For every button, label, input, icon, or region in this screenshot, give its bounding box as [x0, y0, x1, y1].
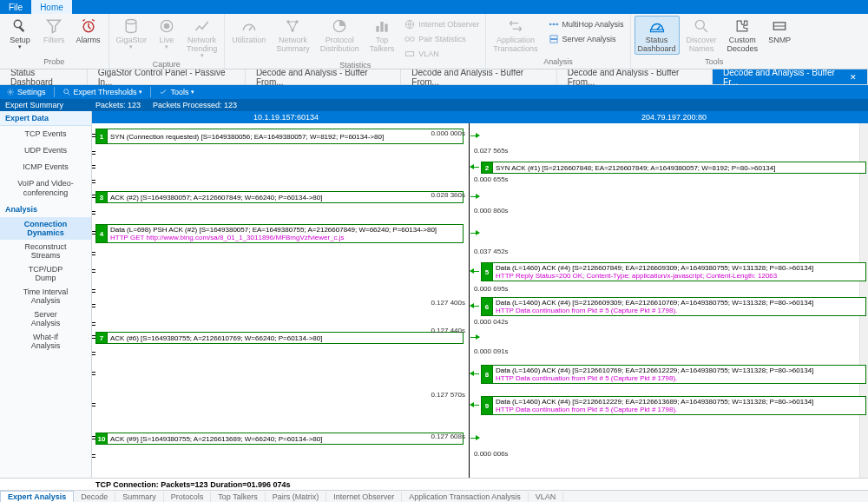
- tab-summary[interactable]: Summary: [115, 492, 164, 502]
- live-button[interactable]: Live ▾: [154, 16, 180, 51]
- tab-top-talkers[interactable]: Top Talkers: [211, 492, 265, 502]
- tcp-summary-line: TCP Connection: Packets=123 Duration=01.…: [0, 478, 868, 490]
- svg-point-4: [164, 23, 170, 30]
- axis-tick: [92, 269, 95, 273]
- tab-pairs-matrix[interactable]: Pairs (Matrix): [266, 492, 327, 502]
- check-icon: [159, 88, 168, 96]
- packet-row[interactable]: 1 SYN (Connection requested) [S=16493800…: [95, 129, 464, 144]
- svg-rect-20: [549, 36, 556, 39]
- sidebar-item-udp[interactable]: UDP Events: [0, 142, 91, 159]
- top-talkers-button[interactable]: Top Talkers: [366, 16, 398, 55]
- network-trending-button[interactable]: Network Trending ▾: [183, 16, 220, 60]
- server-analysis-button[interactable]: Server Analysis: [545, 32, 627, 46]
- status-dashboard-button[interactable]: Status Dashboard: [635, 16, 680, 55]
- arrow-icon: [470, 167, 479, 168]
- snmp-button[interactable]: SNMP: [765, 16, 794, 46]
- time-label: 0.000 006s: [474, 450, 509, 458]
- axis-tick: [92, 134, 95, 137]
- time-label: 0.000 091s: [474, 347, 509, 355]
- separator: [150, 87, 151, 97]
- doc-tab-status-dashboard[interactable]: Status Dashboard: [0, 69, 88, 84]
- group-label-statistics: Statistics: [339, 61, 371, 69]
- time-label: 0.127 440s: [427, 327, 465, 334]
- axis-tick: [92, 322, 95, 326]
- filters-button[interactable]: Filters: [40, 16, 69, 46]
- sidebar-item-what-if[interactable]: What-If Analysis: [0, 330, 91, 353]
- sidebar-item-server-analysis[interactable]: Server Analysis: [0, 307, 91, 330]
- multihop-analysis-button[interactable]: MultiHop Analysis: [545, 17, 627, 31]
- tab-internet-observer[interactable]: Internet Observer: [326, 492, 402, 502]
- ribbon: Setup ▾ Filters Alarms Probe GigaStor ▾: [0, 14, 868, 69]
- axis-tick: [92, 335, 95, 339]
- tab-file[interactable]: File: [0, 0, 31, 14]
- group-label-analysis: Analysis: [543, 57, 573, 66]
- packet-http: HTTP Data continuation from Pkt # 5 (Cap…: [496, 307, 863, 314]
- axis-tick: [92, 211, 95, 215]
- doc-tab-decode-2[interactable]: Decode and Analysis - Buffer From...: [401, 69, 556, 84]
- packet-http: HTTP Data continuation from Pkt # 5 (Cap…: [496, 374, 863, 382]
- internet-observer-button[interactable]: Internet Observer: [401, 17, 482, 31]
- transactions-icon: [507, 17, 524, 35]
- sidebar-item-connection-dynamics[interactable]: Connection Dynamics: [0, 217, 91, 240]
- main-area: Expert Data TCP Events UDP Events ICMP E…: [0, 111, 868, 478]
- doc-tab-decode-active[interactable]: Decode and Analysis - Buffer Fr... ✕: [713, 69, 868, 84]
- packet-row[interactable]: 10 ACK (#9) [S=1649380755; A=2126613689;…: [95, 433, 464, 445]
- ribbon-group-statistics: Utilization Network Summary Protocol Dis…: [225, 14, 486, 69]
- arrow-icon: [470, 233, 479, 234]
- doc-tab-decode-3[interactable]: Decode and Analysis - Buffer From...: [557, 69, 713, 84]
- toolbar-settings-button[interactable]: Settings: [3, 88, 49, 96]
- toolbar-thresholds-button[interactable]: Expert Thresholds ▾: [60, 88, 146, 96]
- sidebar-item-voip[interactable]: VoIP and Video- conferencing: [0, 175, 91, 201]
- time-label: 0.000 860s: [474, 207, 509, 215]
- protocol-distribution-button[interactable]: Protocol Distribution: [317, 16, 363, 55]
- sidebar-item-time-interval[interactable]: Time Interval Analysis: [0, 285, 91, 307]
- packet-number: 2: [481, 162, 493, 174]
- search-icon: [62, 88, 71, 96]
- custom-decodes-button[interactable]: Custom Decodes: [724, 16, 762, 55]
- bars-icon: [373, 17, 391, 35]
- packet-row[interactable]: 6 Data (L=1460) ACK (#4) [S=2126609309; …: [481, 297, 866, 316]
- tab-expert-analysis[interactable]: Expert Analysis: [0, 491, 74, 502]
- packet-detail: Data (L=1460) ACK (#4) [S=2126607849; EA…: [496, 264, 863, 272]
- packet-row[interactable]: 7 ACK (#6) [S=1649380755; A=2126610769; …: [95, 332, 464, 344]
- sidebar-item-tcp-udp-dump[interactable]: TCP/UDP Dump: [0, 262, 91, 285]
- discover-names-button[interactable]: Discover Names: [683, 16, 720, 55]
- sidebar-item-tcp[interactable]: TCP Events: [0, 126, 91, 142]
- tab-home[interactable]: Home: [31, 0, 72, 14]
- tab-app-transaction-analysis[interactable]: Application Transaction Analysis: [402, 492, 529, 502]
- tab-vlan[interactable]: VLAN: [529, 492, 564, 502]
- tab-decode[interactable]: Decode: [74, 492, 115, 502]
- close-icon[interactable]: ✕: [850, 73, 857, 82]
- doc-tab-decode-1[interactable]: Decode and Analysis - Buffer From...: [246, 69, 401, 84]
- packet-row[interactable]: 2 SYN ACK (#1) [S=2126607848; EA=2126607…: [481, 162, 866, 174]
- gigastor-button[interactable]: GigaStor ▾: [113, 16, 151, 51]
- arrow-icon: [470, 405, 479, 406]
- sidebar-head-expert-data[interactable]: Expert Data: [0, 111, 91, 126]
- alarms-button[interactable]: Alarms: [72, 16, 105, 46]
- ladder-diagram[interactable]: 1 SYN (Connection requested) [S=16493800…: [92, 123, 868, 478]
- packet-http: HTTP Data continuation from Pkt # 5 (Cap…: [496, 406, 863, 413]
- toolbar-tools-button[interactable]: Tools ▾: [156, 88, 197, 96]
- ribbon-group-tools: Status Dashboard Discover Names Custom D…: [631, 14, 799, 69]
- sidebar-item-icmp[interactable]: ICMP Events: [0, 159, 91, 175]
- svg-rect-11: [380, 22, 383, 32]
- packet-row[interactable]: 3 ACK (#2) [S=1649380057; A=2126607849; …: [95, 191, 464, 203]
- setup-button[interactable]: Setup ▾: [3, 16, 36, 51]
- tab-protocols[interactable]: Protocols: [164, 492, 212, 502]
- vlan-button[interactable]: VLAN: [401, 47, 482, 61]
- svg-point-19: [556, 23, 557, 25]
- packet-detail: ACK (#9) [S=1649380755; A=2126613689; W=…: [110, 435, 460, 443]
- packet-row[interactable]: 8 Data (L=1460) ACK (#4) [S=2126610769; …: [481, 365, 866, 384]
- axis-tick: [92, 252, 95, 255]
- pair-statistics-button[interactable]: Pair Statistics: [401, 32, 482, 46]
- packet-row[interactable]: 4 Data (L=698) PSH ACK (#2) [S=164938005…: [95, 224, 464, 243]
- network-summary-button[interactable]: Network Summary: [273, 16, 313, 55]
- chevron-down-icon: ▾: [165, 44, 168, 50]
- multihop-icon: [548, 18, 560, 30]
- utilization-button[interactable]: Utilization: [228, 16, 269, 46]
- doc-tab-gigastor-control[interactable]: GigaStor Control Panel - Passive In...: [88, 69, 246, 84]
- packet-row[interactable]: 9 Data (L=1460) ACK (#4) [S=2126612229; …: [481, 396, 866, 415]
- sidebar-item-reconstruct-streams[interactable]: Reconstruct Streams: [0, 240, 91, 262]
- packet-row[interactable]: 5 Data (L=1460) ACK (#4) [S=2126607849; …: [481, 262, 866, 281]
- application-transactions-button[interactable]: Application Transactions: [490, 16, 541, 55]
